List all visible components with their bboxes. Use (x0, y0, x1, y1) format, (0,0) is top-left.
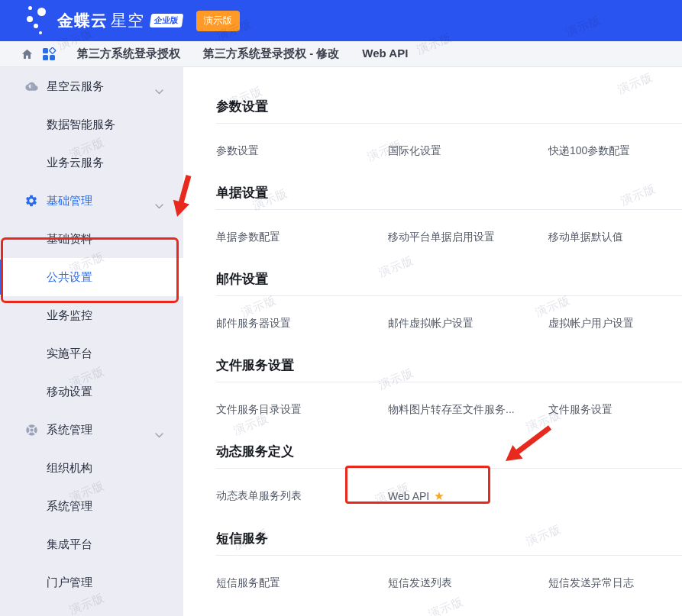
sidebar-item-8[interactable]: 实施平台 (0, 334, 183, 373)
menu-link-label: 移动平台单据启用设置 (388, 231, 495, 243)
section-title: 短信服务 (216, 530, 682, 547)
sidebar-item-4[interactable]: 基础管理 (0, 182, 183, 220)
sidebar-item-label: 基础管理 (47, 194, 92, 208)
sidebar-item-14[interactable]: 门户管理 (0, 563, 183, 601)
menu-link--[interactable]: 移动单据默认值 (548, 230, 682, 244)
sidebar-item-13[interactable]: 集成平台 (0, 525, 183, 563)
menu-link-web-api[interactable]: Web API★ (388, 489, 548, 504)
section-divider (216, 295, 682, 296)
tab-bar: 第三方系统登录授权第三方系统登录授权 - 修改Web API (0, 41, 682, 67)
brand-title: 金蝶云 星空 (57, 10, 144, 31)
menu-link--100-[interactable]: 快递100参数配置 (548, 144, 682, 158)
chevron-down-icon[interactable] (155, 198, 163, 211)
section-items: 参数设置国际化设置快递100参数配置 (216, 144, 682, 158)
sidebar-item-label: 移动设置 (47, 385, 92, 399)
menu-link--[interactable]: 移动平台单据启用设置 (388, 230, 548, 244)
section-title: 动态服务定义 (216, 443, 682, 460)
sidebar-nav: 星空云服务数据智能服务业务云服务基础管理基础资料公共设置业务监控实施平台移动设置… (0, 67, 183, 616)
sidebar-item-label: 实施平台 (47, 347, 92, 361)
menu-link--[interactable]: 短信发送列表 (388, 576, 548, 590)
sidebar-item-7[interactable]: 业务监控 (0, 296, 183, 334)
star-icon: ★ (434, 489, 444, 502)
chevron-down-icon[interactable] (155, 427, 163, 440)
section-divider (216, 555, 682, 556)
menu-link-label: 邮件虚拟帐户设置 (388, 317, 474, 329)
menu-link-label: 短信发送列表 (388, 576, 452, 589)
edition-badge: 企业版 (150, 14, 183, 27)
section-title: 参数设置 (216, 98, 682, 115)
sidebar-item-12[interactable]: 系统管理 (0, 487, 183, 525)
section-items: 文件服务目录设置物料图片转存至文件服务...文件服务设置 (216, 402, 682, 417)
section-items: 动态表单服务列表Web API★ (216, 489, 682, 504)
menu-link--[interactable]: 文件服务目录设置 (216, 402, 388, 417)
menu-link--[interactable]: 虚拟帐户用户设置 (548, 316, 682, 331)
menu-link-label: 物料图片转存至文件服务... (388, 403, 515, 415)
menu-link--[interactable]: 动态表单服务列表 (216, 489, 388, 504)
menu-link--[interactable]: 短信服务配置 (216, 576, 388, 590)
menu-link-label: 单据参数配置 (216, 231, 280, 243)
sidebar-item-3[interactable]: 业务云服务 (0, 144, 183, 182)
section-divider (216, 123, 682, 124)
tab-1[interactable]: 第三方系统登录授权 (77, 47, 180, 61)
section-title: 文件服务设置 (216, 356, 682, 374)
menu-link-label: 短信发送异常日志 (548, 576, 634, 589)
sidebar-item-label: 组织机构 (47, 461, 92, 476)
section-title: 单据设置 (216, 184, 682, 202)
tab-2[interactable]: 第三方系统登录授权 - 修改 (203, 47, 339, 61)
menu-link-label: 文件服务设置 (548, 403, 613, 415)
menu-link-label: 动态表单服务列表 (216, 489, 302, 502)
menu-link--[interactable]: 参数设置 (216, 144, 388, 158)
section-items: 邮件服务器设置邮件虚拟帐户设置虚拟帐户用户设置 (216, 316, 682, 331)
menu-link-label: 邮件服务器设置 (216, 317, 291, 329)
chevron-down-icon[interactable] (155, 84, 163, 97)
brand-light: 星空 (111, 10, 144, 31)
sidebar-item-10[interactable]: 系统管理 (0, 411, 183, 449)
menu-link-label: 文件服务目录设置 (216, 403, 302, 415)
sidebar-item-label: 门户管理 (47, 576, 92, 590)
section-items: 单据参数配置移动平台单据启用设置移动单据默认值 (216, 230, 682, 244)
section-items: 短信服务配置短信发送列表短信发送异常日志 (216, 576, 682, 590)
sidebar-item-label: 系统管理 (47, 499, 92, 514)
sidebar-item-2[interactable]: 数据智能服务 (0, 105, 183, 144)
sidebar-item-label: 公共设置 (47, 270, 92, 285)
sidebar-item-11[interactable]: 组织机构 (0, 449, 183, 487)
menu-link-label: 短信服务配置 (216, 576, 280, 589)
sidebar-item-6[interactable]: 公共设置 (0, 258, 183, 296)
menu-link--[interactable]: 邮件虚拟帐户设置 (388, 316, 548, 331)
menu-link--[interactable]: 国际化设置 (388, 144, 548, 158)
menu-link-label: 移动单据默认值 (548, 231, 623, 243)
sidebar-item-label: 业务监控 (47, 308, 92, 323)
menu-link-label: Web API (388, 490, 429, 502)
menu-link-label: 参数设置 (216, 144, 259, 156)
kingdee-logo-icon (25, 5, 50, 36)
sidebar-item-label: 星空云服务 (47, 79, 104, 94)
menu-link-label: 国际化设置 (388, 144, 441, 156)
cloud-icon (24, 79, 38, 93)
menu-link--[interactable]: 邮件服务器设置 (216, 316, 388, 331)
tab-3[interactable]: Web API (362, 47, 408, 61)
menu-link--[interactable]: 短信发送异常日志 (548, 576, 682, 590)
home-icon[interactable] (21, 48, 34, 60)
menu-link-label: 虚拟帐户用户设置 (548, 317, 634, 329)
sidebar-item-label: 集成平台 (47, 537, 92, 552)
menu-link--[interactable]: 单据参数配置 (216, 230, 388, 244)
sidebar-item-label: 数据智能服务 (47, 118, 115, 132)
sidebar-item-1[interactable]: 星空云服务 (0, 67, 183, 105)
sidebar-item-label: 系统管理 (47, 423, 92, 437)
section-divider (216, 468, 682, 469)
sidebar-item-5[interactable]: 基础资料 (0, 220, 183, 258)
demo-version-badge: 演示版 (196, 11, 241, 31)
section-title: 邮件设置 (216, 270, 682, 288)
content-area: 参数设置参数设置国际化设置快递100参数配置单据设置单据参数配置移动平台单据启用… (183, 67, 682, 616)
menu-link--[interactable]: 文件服务设置 (548, 402, 682, 417)
app-grid-icon[interactable] (42, 47, 57, 61)
gear-icon (24, 194, 38, 208)
app-header: 金蝶云 星空 企业版 演示版 (0, 0, 682, 41)
menu-link-label: 快递100参数配置 (548, 144, 630, 156)
sidebar-item-9[interactable]: 移动设置 (0, 373, 183, 411)
section-divider (216, 382, 682, 382)
brand-bold: 金蝶云 (57, 10, 108, 31)
sidebar-item-label: 业务云服务 (47, 156, 104, 170)
compass-icon (24, 423, 38, 437)
menu-link--[interactable]: 物料图片转存至文件服务... (388, 402, 548, 417)
